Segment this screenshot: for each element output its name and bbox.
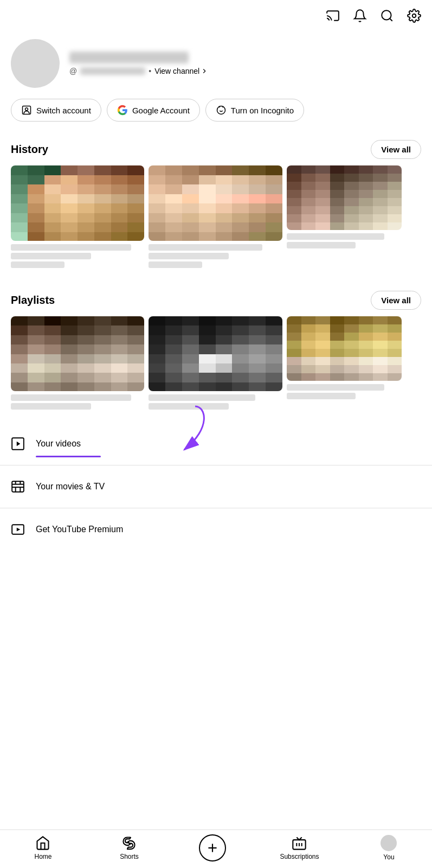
your-movies-label: Your movies & TV xyxy=(36,482,105,492)
playlists-title: Playlists xyxy=(11,294,55,307)
nav-home[interactable]: Home xyxy=(27,835,59,860)
your-movies-menu-item[interactable]: Your movies & TV xyxy=(0,470,432,503)
history-view-all-button[interactable]: View all xyxy=(371,140,421,159)
cast-icon[interactable] xyxy=(326,9,340,25)
history-thumb-3[interactable] xyxy=(287,165,402,268)
divider-2 xyxy=(0,508,432,508)
history-thumb-2[interactable] xyxy=(149,165,282,268)
nav-shorts[interactable]: Shorts xyxy=(113,835,145,860)
history-section-header: History View all xyxy=(0,135,432,165)
incognito-button[interactable]: Turn on Incognito xyxy=(205,99,304,122)
google-account-button[interactable]: Google Account xyxy=(107,99,200,122)
get-premium-menu-item[interactable]: Get YouTube Premium xyxy=(0,513,432,546)
playlist-thumb-2[interactable] xyxy=(149,316,282,410)
svg-marker-10 xyxy=(17,442,21,446)
top-bar xyxy=(0,0,432,34)
playlists-thumbnails xyxy=(0,316,432,419)
profile-name xyxy=(69,52,189,63)
view-channel-link[interactable]: View channel xyxy=(154,67,208,75)
avatar xyxy=(11,39,60,88)
nav-subscriptions[interactable]: Subscriptions xyxy=(280,835,319,860)
get-premium-label: Get YouTube Premium xyxy=(36,525,123,534)
profile-section: @ • View channel xyxy=(0,34,432,99)
history-thumb-1[interactable] xyxy=(11,165,144,268)
playlist-thumb-1[interactable] xyxy=(11,316,144,410)
playlists-section-header: Playlists View all xyxy=(0,285,432,316)
bottom-nav: Home Shorts Subscriptions You xyxy=(0,829,432,868)
nav-subscriptions-label: Subscriptions xyxy=(280,853,319,860)
svg-point-3 xyxy=(412,14,416,18)
action-buttons: Switch account Google Account Turn on In… xyxy=(0,99,432,135)
your-videos-label: Your videos xyxy=(36,439,81,449)
svg-line-2 xyxy=(390,18,392,21)
nav-shorts-label: Shorts xyxy=(120,853,139,860)
settings-icon[interactable] xyxy=(407,9,421,25)
profile-handle: @ • View channel xyxy=(69,67,208,75)
nav-home-label: Home xyxy=(34,853,51,860)
playlists-view-all-button[interactable]: View all xyxy=(371,291,421,310)
svg-rect-12 xyxy=(12,481,24,492)
switch-account-button[interactable]: Switch account xyxy=(11,99,101,122)
get-premium-icon xyxy=(11,522,25,537)
nav-create-button[interactable] xyxy=(199,834,226,861)
playlist-thumb-3[interactable] xyxy=(287,316,402,410)
nav-you-label: You xyxy=(383,853,394,861)
profile-info: @ • View channel xyxy=(69,52,208,75)
svg-point-5 xyxy=(25,108,28,111)
svg-point-6 xyxy=(217,106,225,114)
your-videos-underline xyxy=(36,456,101,457)
your-movies-icon xyxy=(11,480,25,494)
svg-point-1 xyxy=(382,10,391,20)
svg-marker-20 xyxy=(17,528,21,532)
your-videos-menu-item[interactable]: Your videos xyxy=(0,427,432,461)
nav-you[interactable]: You xyxy=(372,835,405,861)
your-videos-icon xyxy=(11,437,25,451)
bell-icon[interactable] xyxy=(353,9,367,25)
history-title: History xyxy=(11,143,48,156)
nav-you-avatar xyxy=(381,835,397,851)
history-thumbnails xyxy=(0,165,432,277)
search-icon[interactable] xyxy=(380,9,394,25)
divider-1 xyxy=(0,465,432,465)
